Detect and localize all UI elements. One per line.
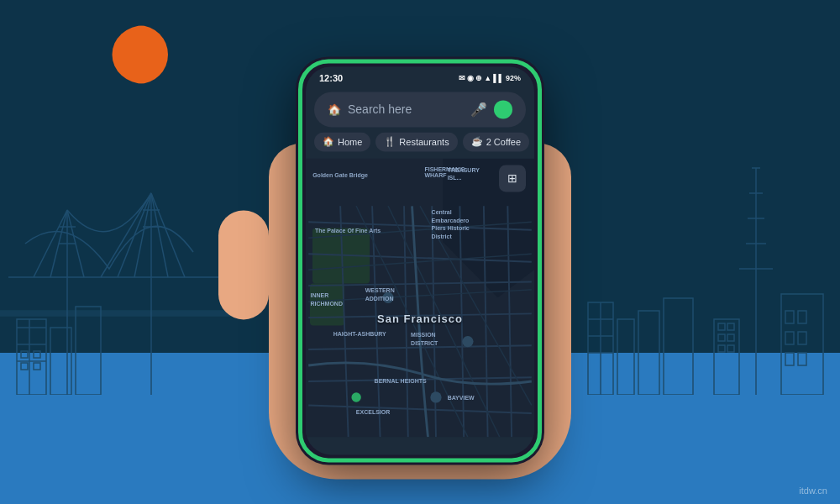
restaurants-chip-icon: 🍴 xyxy=(384,136,396,147)
svg-point-78 xyxy=(351,392,360,402)
battery-display: 92% xyxy=(506,74,521,82)
svg-rect-37 xyxy=(798,332,806,344)
home-icon: 🏠 xyxy=(328,103,341,116)
treasury-island-label: TREASURYISL... xyxy=(448,166,480,181)
status-bar: 12:30 ✉ ◉ ⊕ ▲ ▌▌ 92% xyxy=(306,66,534,87)
map-area[interactable]: Golden Gate Bridge FISHERMAN'SWHARF The … xyxy=(306,158,534,437)
central-embarcadero-label: CentralEmbarcaderoPiers HistoricDistrict xyxy=(432,208,470,241)
mic-icon[interactable]: 🎤 xyxy=(470,102,487,118)
svg-rect-45 xyxy=(718,345,725,352)
email-icon: ✉ xyxy=(459,74,465,82)
thumb xyxy=(218,210,269,319)
svg-rect-15 xyxy=(0,311,252,316)
svg-rect-35 xyxy=(798,311,806,323)
svg-rect-23 xyxy=(21,351,28,358)
phone-screen: 12:30 ✉ ◉ ⊕ ▲ ▌▌ 92% 🏠 Search here 🎤 xyxy=(306,66,534,454)
search-placeholder: Search here xyxy=(348,102,464,116)
excelsior-label: EXCELSIOR xyxy=(356,409,390,415)
svg-line-57 xyxy=(308,281,532,286)
bayview-label: BAYVIEW xyxy=(448,396,475,402)
layer-button[interactable]: ⊞ xyxy=(499,165,526,192)
vpn-icon: ⊕ xyxy=(475,74,482,82)
green-dot xyxy=(494,100,512,118)
restaurants-chip-label: Restaurants xyxy=(399,137,449,147)
svg-rect-44 xyxy=(727,334,734,341)
svg-rect-49 xyxy=(638,311,659,395)
layers-icon: ⊞ xyxy=(507,171,517,185)
filter-restaurants[interactable]: 🍴 Restaurants xyxy=(375,132,457,151)
search-bar[interactable]: 🏠 Search here 🎤 xyxy=(314,92,526,127)
sf-city-label: San Francisco xyxy=(377,313,463,326)
svg-line-13 xyxy=(151,193,168,277)
svg-point-76 xyxy=(430,391,441,402)
time-display: 12:30 xyxy=(319,73,343,83)
filter-coffee[interactable]: ☕ 2 Coffee xyxy=(463,132,529,151)
western-addition-label: WESTERNADDITION xyxy=(365,286,395,303)
filters-row: 🏠 Home 🍴 Restaurants ☕ 2 Coffee 🍸 Bars xyxy=(306,132,534,158)
svg-point-77 xyxy=(462,336,473,347)
bernal-heights-label: BERNAL HEIGHTS xyxy=(375,379,427,385)
location-icon: ◉ xyxy=(467,74,474,82)
hand-container: 12:30 ✉ ◉ ⊕ ▲ ▌▌ 92% 🏠 Search here 🎤 xyxy=(244,42,596,479)
svg-rect-46 xyxy=(727,345,734,352)
coffee-chip-icon: ☕ xyxy=(471,136,483,147)
svg-rect-42 xyxy=(727,323,734,330)
phone-shell: 12:30 ✉ ◉ ⊕ ▲ ▌▌ 92% 🏠 Search here 🎤 xyxy=(298,59,542,462)
svg-rect-50 xyxy=(664,298,693,395)
svg-rect-39 xyxy=(798,353,806,365)
svg-rect-41 xyxy=(718,323,725,330)
map-content: Golden Gate Bridge FISHERMAN'SWHARF The … xyxy=(306,158,534,437)
haight-ashbury-label: HAIGHT-ASHBURY xyxy=(333,331,386,337)
filter-home[interactable]: 🏠 Home xyxy=(314,132,370,151)
status-icons: ✉ ◉ ⊕ ▲ ▌▌ 92% xyxy=(459,74,521,82)
inner-richmond-label: INNERRICHMOND xyxy=(310,292,343,309)
svg-line-68 xyxy=(507,206,512,437)
svg-line-10 xyxy=(101,193,151,277)
svg-rect-24 xyxy=(34,351,40,358)
svg-line-11 xyxy=(118,193,151,277)
svg-line-61 xyxy=(308,405,532,412)
svg-line-14 xyxy=(151,193,185,277)
mission-district-label: MISSIONDISTRICT xyxy=(411,331,438,348)
wifi-icon: ▲ xyxy=(484,74,491,82)
home-chip-label: Home xyxy=(338,137,362,147)
svg-rect-36 xyxy=(785,332,794,344)
svg-rect-26 xyxy=(34,363,40,370)
svg-rect-43 xyxy=(718,334,725,341)
svg-rect-25 xyxy=(21,363,28,370)
golden-gate-label: Golden Gate Bridge xyxy=(312,172,368,178)
signal-icon: ▌▌ xyxy=(493,74,504,82)
svg-rect-17 xyxy=(50,328,71,395)
coffee-chip-label: 2 Coffee xyxy=(486,137,521,147)
svg-rect-38 xyxy=(785,353,794,365)
watermark: itdw.cn xyxy=(799,486,827,496)
palace-arts-label: The Palace Of Fine Arts xyxy=(315,228,381,234)
svg-rect-34 xyxy=(785,311,794,323)
svg-line-62 xyxy=(340,206,348,437)
svg-rect-48 xyxy=(617,319,634,395)
home-chip-icon: 🏠 xyxy=(323,136,334,147)
svg-rect-18 xyxy=(76,307,101,395)
